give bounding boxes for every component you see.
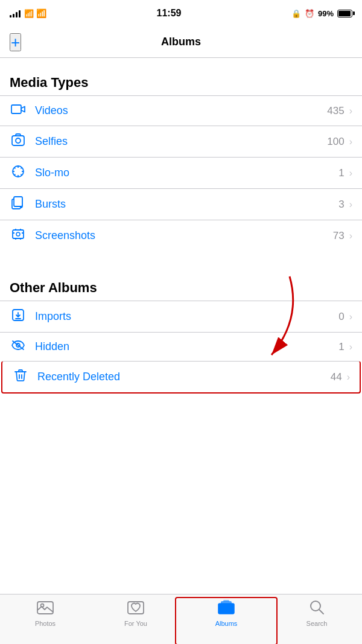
svg-line-8 (14, 167, 15, 168)
slomo-label: Slo-mo (35, 167, 338, 179)
svg-line-11 (14, 174, 15, 176)
recently-deleted-count: 44 (331, 371, 342, 383)
status-time: 11:59 (157, 8, 182, 19)
slomo-chevron: › (349, 168, 352, 179)
other-albums-section-header: Other Albums (0, 263, 362, 301)
screenshots-chevron: › (349, 231, 352, 241)
slomo-icon (10, 165, 27, 181)
selfies-count: 100 (327, 136, 344, 148)
imports-count: 0 (338, 311, 344, 323)
svg-rect-1 (12, 136, 24, 145)
svg-point-16 (16, 232, 20, 236)
wifi-icon: 📶 (36, 8, 46, 18)
svg-rect-29 (221, 601, 232, 611)
albums-tab-icon (217, 599, 235, 617)
svg-rect-14 (14, 197, 22, 206)
imports-label: Imports (35, 310, 338, 323)
svg-line-32 (319, 610, 323, 614)
videos-chevron: › (349, 106, 352, 116)
hidden-label: Hidden (35, 340, 338, 353)
lock-icon: 🔒 (291, 9, 301, 18)
tab-bar: Photos For You Albums (0, 594, 362, 644)
list-item-screenshots[interactable]: Screenshots 73 › (0, 220, 362, 251)
status-right: 🔒 ⏰ 99% (291, 9, 352, 18)
selfie-icon (10, 133, 27, 150)
hidden-count: 1 (338, 341, 344, 353)
list-item-selfies[interactable]: Selfies 100 › (0, 126, 362, 157)
main-content: Media Types Videos 435 › Selfies 100 › (0, 58, 362, 444)
search-tab-label: Search (306, 620, 328, 627)
hidden-chevron: › (349, 342, 352, 352)
bursts-count: 3 (338, 199, 344, 211)
tab-search[interactable]: Search (272, 599, 362, 627)
bursts-chevron: › (349, 199, 352, 210)
screenshots-label: Screenshots (35, 229, 333, 242)
status-bar: 📶 📶 11:59 🔒 ⏰ 99% (0, 0, 362, 27)
nav-bar: + Albums (0, 27, 362, 58)
albums-tab-label: Albums (215, 620, 238, 627)
svg-point-2 (16, 138, 21, 143)
list-item-slomo[interactable]: Slo-mo 1 › (0, 157, 362, 188)
svg-rect-15 (13, 230, 24, 238)
bursts-label: Bursts (35, 198, 338, 211)
list-item-imports[interactable]: Imports 0 › (0, 301, 362, 332)
svg-rect-28 (218, 604, 234, 614)
svg-line-9 (21, 174, 22, 176)
search-tab-icon (309, 599, 325, 617)
recently-deleted-chevron: › (347, 372, 350, 383)
for-you-tab-icon (127, 599, 144, 617)
imports-chevron: › (349, 311, 352, 322)
media-types-section-header: Media Types (0, 58, 362, 95)
list-item-recently-deleted[interactable]: Recently Deleted 44 › (1, 361, 361, 394)
photos-tab-label: Photos (35, 620, 56, 627)
screenshots-count: 73 (333, 230, 345, 242)
videos-label: Videos (35, 104, 327, 117)
selfies-label: Selfies (35, 135, 327, 148)
imports-icon (10, 308, 27, 325)
videos-count: 435 (327, 105, 344, 117)
alarm-icon: ⏰ (305, 9, 314, 18)
list-item-videos[interactable]: Videos 435 › (0, 95, 362, 126)
media-types-title: Media Types (10, 75, 352, 91)
selfies-chevron: › (349, 136, 352, 147)
other-albums-title: Other Albums (10, 280, 352, 296)
svg-rect-27 (218, 604, 234, 614)
add-button[interactable]: + (10, 33, 21, 51)
tab-photos[interactable]: Photos (0, 599, 91, 627)
video-icon (10, 103, 27, 118)
hidden-icon (10, 340, 27, 354)
photos-tab-icon (37, 599, 54, 617)
list-item-hidden[interactable]: Hidden 1 › (0, 332, 362, 361)
status-left: 📶 📶 (10, 8, 46, 18)
trash-icon (12, 369, 29, 385)
slomo-count: 1 (338, 167, 344, 179)
svg-rect-30 (223, 600, 229, 602)
page-title: Albums (161, 36, 201, 48)
recently-deleted-label: Recently Deleted (37, 371, 331, 383)
tab-for-you[interactable]: For You (91, 599, 181, 627)
list-item-bursts[interactable]: Bursts 3 › (0, 188, 362, 220)
battery-percent: 99% (318, 9, 334, 18)
svg-line-10 (21, 167, 22, 168)
svg-rect-0 (11, 105, 21, 113)
battery-icon (337, 10, 352, 18)
bursts-icon (10, 196, 27, 212)
screenshots-icon (10, 228, 27, 244)
signal-bars (10, 9, 21, 18)
tab-albums[interactable]: Albums (181, 599, 272, 627)
for-you-tab-label: For You (124, 620, 147, 627)
